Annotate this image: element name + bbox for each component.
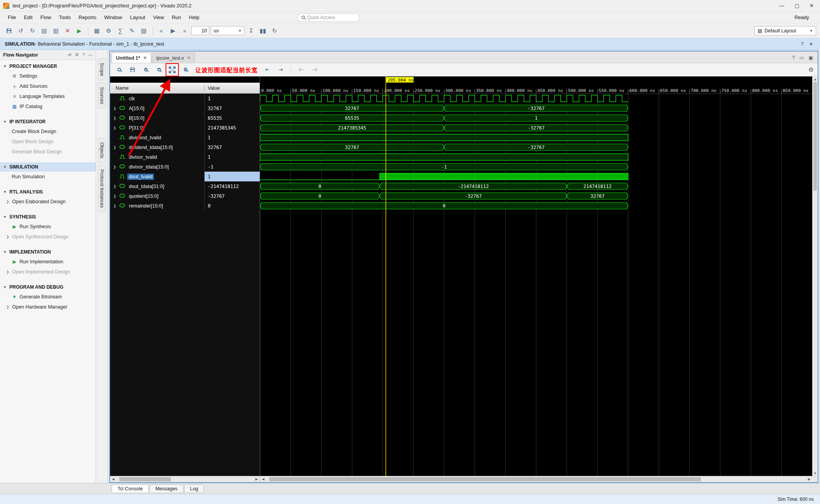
expand-chevron-icon[interactable]: ❯	[113, 165, 117, 169]
signal-name[interactable]: clk	[127, 96, 136, 102]
nav-item-run-simulation[interactable]: Run Simulation	[0, 172, 96, 182]
signal-row-b-15-0-[interactable]: ❯B[15:0]65535	[110, 113, 260, 123]
bottom-tab-tcl-console[interactable]: Tcl Console	[112, 484, 149, 493]
expand-chevron-icon[interactable]: ❯	[113, 204, 117, 208]
nav-item-create-block-design[interactable]: Create Block Design	[0, 126, 96, 137]
relaunch-icon[interactable]: ↻	[269, 26, 280, 36]
nav-item-add-sources[interactable]: ＋Add Sources	[0, 81, 96, 91]
nav-item-settings[interactable]: ⚙Settings	[0, 71, 96, 81]
minimize-icon[interactable]: —	[88, 52, 93, 57]
run-for-icon[interactable]: »	[180, 26, 190, 36]
signal-row-divisor-tvalid[interactable]: divisor_tvalid1	[110, 152, 260, 162]
expand-chevron-icon[interactable]: ❯	[113, 116, 117, 120]
signal-name[interactable]: B[15:0]	[127, 115, 146, 121]
menu-item-window[interactable]: Window	[100, 13, 126, 22]
menu-item-run[interactable]: Run	[168, 13, 185, 22]
maximize-window-icon[interactable]: ▣	[809, 55, 813, 60]
waveform-canvas[interactable]: 0.000 ns50.000 ns100.000 ns150.000 ns200…	[260, 76, 812, 476]
expand-chevron-icon[interactable]: ❯	[113, 106, 117, 110]
nav-item-run-implementation[interactable]: ▶Run Implementation	[0, 257, 96, 267]
signal-name[interactable]: dividend_tvalid	[127, 135, 163, 141]
bottom-tab-messages[interactable]: Messages	[150, 484, 184, 493]
signal-name[interactable]: dout_tdata[31:0]	[127, 183, 166, 190]
signal-name[interactable]: P[31:0]	[127, 125, 146, 131]
expand-chevron-icon[interactable]: ❯	[113, 126, 117, 130]
swap-cursor-icon[interactable]: ⊢	[296, 65, 307, 75]
side-tab-protocol-instances[interactable]: Protocol Instances	[98, 165, 106, 212]
menu-item-flow[interactable]: Flow	[36, 13, 55, 22]
menu-item-view[interactable]: View	[149, 13, 168, 22]
help-icon[interactable]: ?	[801, 41, 804, 47]
scroll-left-icon[interactable]: ◀	[110, 477, 116, 481]
find-icon[interactable]	[114, 65, 124, 75]
signal-row-dout-tdata-31-0-[interactable]: ❯dout_tdata[31:0]-2147418112	[110, 181, 260, 191]
scrollbar-thumb[interactable]	[269, 477, 701, 481]
chevron-right-icon[interactable]: ❯	[6, 270, 10, 274]
signal-row-a-15-0-[interactable]: ❯A[15:0]32767	[110, 103, 260, 113]
expand-chevron-icon[interactable]: ❯	[113, 146, 117, 149]
step-icon[interactable]: ↧	[246, 26, 256, 36]
float-window-icon[interactable]: ▭	[799, 55, 804, 60]
settings-gear-icon[interactable]: ⚙	[103, 26, 114, 36]
signal-name[interactable]: divisor_tvalid	[127, 154, 159, 160]
signal-row-dout-tvalid[interactable]: dout_tvalid1	[110, 172, 260, 181]
editor-tab-ipcore-test-v[interactable]: ipcore_test.v✕	[152, 53, 195, 63]
scroll-right-icon[interactable]: ▶	[806, 477, 812, 481]
close-icon[interactable]: ✕	[809, 41, 813, 47]
copy-icon[interactable]: ▤	[39, 26, 49, 36]
scroll-left-icon[interactable]: ◀	[260, 477, 266, 481]
menu-item-edit[interactable]: Edit	[20, 13, 36, 22]
signal-row-dividend-tvalid[interactable]: dividend_tvalid1	[110, 133, 260, 142]
scrollbar-thumb[interactable]	[119, 477, 171, 481]
previous-transition-icon[interactable]: ⇤	[262, 65, 273, 75]
layout-selector[interactable]: ▤ Default Layout ▼	[754, 26, 816, 35]
signal-name[interactable]: A[15:0]	[127, 105, 146, 112]
zoom-in-icon[interactable]: +	[141, 65, 151, 75]
run-time-input[interactable]	[191, 26, 209, 35]
paste-icon[interactable]: ▥	[51, 26, 61, 36]
signal-row-quotient-15-0-[interactable]: ❯quotient[15:0]-32767	[110, 191, 260, 201]
chevron-right-icon[interactable]: ❯	[6, 305, 10, 309]
signal-name[interactable]: dividend_tdata[15:0]	[127, 144, 175, 151]
nav-item-open-hardware-manager[interactable]: ❯Open Hardware Manager	[0, 302, 96, 312]
run-button-icon[interactable]: ▶	[74, 26, 84, 36]
nav-section-project-manager[interactable]: ▼PROJECT MANAGER	[0, 62, 96, 71]
zoom-fit-button[interactable]	[167, 65, 177, 75]
editor-tab-untitled-1-[interactable]: Untitled 1*✕	[112, 53, 151, 63]
help-icon[interactable]: ?	[792, 55, 795, 60]
nav-section-program-and-debug[interactable]: ▼PROGRAM AND DEBUG	[0, 282, 96, 292]
probe-icon[interactable]: ▧	[139, 26, 149, 36]
scroll-down-icon[interactable]: ▼	[814, 470, 817, 476]
menu-item-tools[interactable]: Tools	[55, 13, 75, 22]
time-unit-select[interactable]: us ▼	[211, 26, 244, 35]
quick-access-search[interactable]: Quick Access	[297, 13, 360, 22]
minimize-button[interactable]: —	[779, 3, 784, 9]
report-icon[interactable]: ▦	[92, 26, 102, 36]
close-tab-icon[interactable]: ✕	[187, 55, 191, 60]
scrollbar-thumb[interactable]	[813, 82, 817, 191]
help-icon[interactable]: ?	[82, 52, 85, 57]
nav-item-language-templates[interactable]: ≡Language Templates	[0, 91, 96, 101]
expand-chevron-icon[interactable]: ❯	[113, 185, 117, 188]
names-horizontal-scrollbar[interactable]: ◀ ▶	[110, 476, 260, 482]
nav-item-open-elaborated-design[interactable]: ❯Open Elaborated Design	[0, 197, 96, 207]
side-tab-sources[interactable]: Sources	[98, 83, 106, 108]
signal-name[interactable]: dout_tvalid	[127, 174, 154, 180]
sum-icon[interactable]: ∑	[115, 26, 125, 36]
nav-section-synthesis[interactable]: ▼SYNTHESIS	[0, 212, 96, 222]
markers-icon[interactable]: ⊣	[310, 65, 320, 75]
name-column-header[interactable]: Name	[110, 85, 205, 91]
edit-icon[interactable]: ✎	[127, 26, 137, 36]
signal-row-p-31-0-[interactable]: ❯P[31:0]2147385345	[110, 123, 260, 133]
side-tab-scope[interactable]: Scope	[98, 59, 106, 80]
chevron-right-icon[interactable]: ❯	[6, 235, 10, 239]
save-icon[interactable]	[4, 26, 14, 36]
expand-chevron-icon[interactable]: ❯	[113, 194, 117, 198]
nav-section-rtl-analysis[interactable]: ▼RTL ANALYSIS	[0, 187, 96, 197]
side-tab-objects[interactable]: Objects	[98, 138, 106, 163]
restart-sim-icon[interactable]: «	[156, 26, 166, 36]
chevron-right-icon[interactable]: ❯	[6, 200, 10, 204]
pause-icon[interactable]: ▮▮	[258, 26, 268, 36]
signal-row-divisor-tdata-15-0-[interactable]: ❯divisor_tdata[15:0]-1	[110, 162, 260, 172]
save-waveform-icon[interactable]	[127, 65, 137, 75]
